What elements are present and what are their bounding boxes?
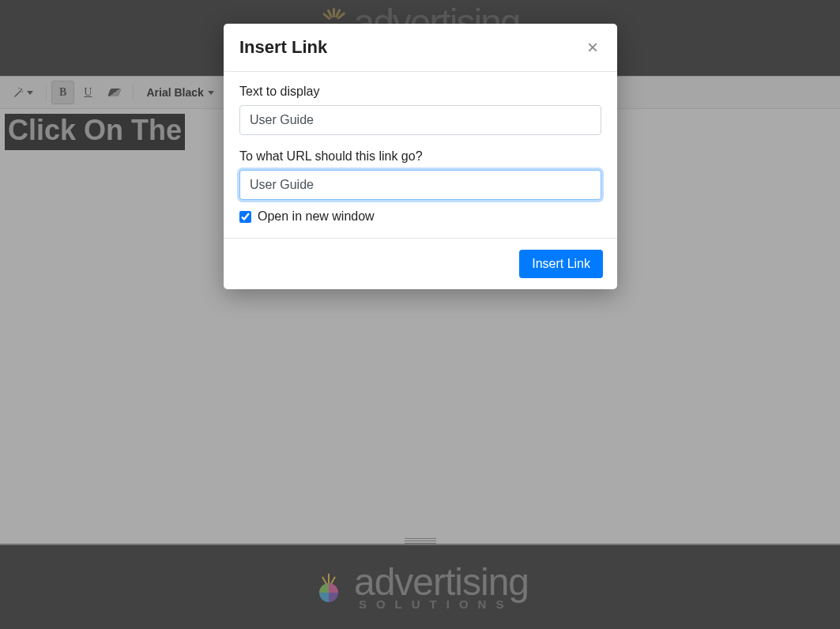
text-to-display-input[interactable] bbox=[239, 105, 601, 135]
open-new-window-row[interactable]: Open in new window bbox=[239, 209, 601, 224]
url-group: To what URL should this link go? bbox=[239, 149, 601, 200]
close-button[interactable]: × bbox=[584, 38, 601, 57]
modal-footer: Insert Link bbox=[224, 238, 617, 289]
close-icon: × bbox=[587, 36, 598, 58]
insert-link-modal: Insert Link × Text to display To what UR… bbox=[224, 24, 617, 289]
open-new-window-label: Open in new window bbox=[258, 209, 375, 224]
modal-header: Insert Link × bbox=[224, 24, 617, 72]
text-to-display-group: Text to display bbox=[239, 85, 601, 135]
text-to-display-label: Text to display bbox=[239, 85, 601, 99]
url-input[interactable] bbox=[239, 170, 601, 200]
modal-body: Text to display To what URL should this … bbox=[224, 72, 617, 238]
url-label: To what URL should this link go? bbox=[239, 149, 601, 164]
modal-title: Insert Link bbox=[239, 37, 327, 58]
insert-link-button[interactable]: Insert Link bbox=[519, 250, 603, 278]
open-new-window-checkbox[interactable] bbox=[239, 211, 251, 223]
